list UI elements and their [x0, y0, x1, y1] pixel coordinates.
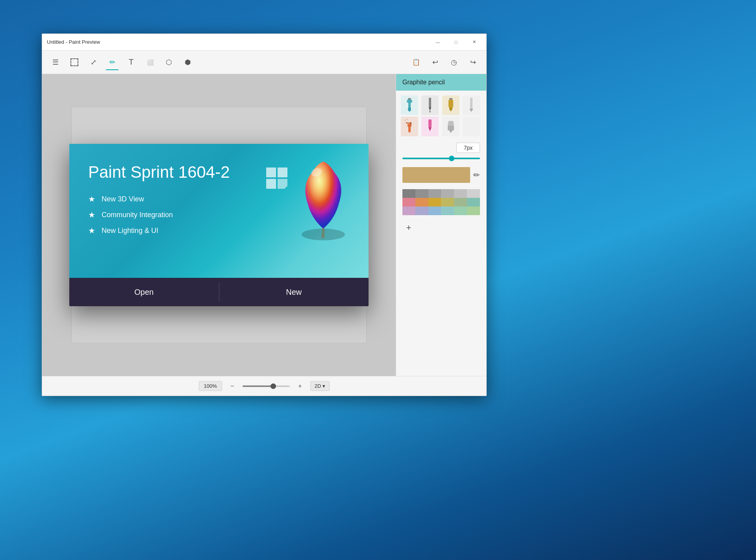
- shape3d-tool-button[interactable]: ⬡: [160, 54, 178, 71]
- win-square-tr: [278, 167, 287, 177]
- svg-rect-13: [470, 98, 472, 109]
- close-button[interactable]: ✕: [465, 36, 483, 48]
- paste-button[interactable]: 📋: [408, 54, 425, 71]
- windows-logo: [266, 167, 290, 191]
- toolbar: ☰ ⤢ ✏ T ⬜ ⬡ ⬢ 📋 ↩: [42, 50, 486, 74]
- svg-point-20: [405, 120, 406, 121]
- crop-tool-button[interactable]: ⤢: [85, 54, 102, 71]
- color-palette: [402, 189, 480, 215]
- star-icon-2: ★: [88, 210, 95, 220]
- brush-empty[interactable]: [463, 117, 480, 136]
- view-mode-selector[interactable]: 2D ▾: [310, 381, 330, 391]
- svg-rect-6: [429, 98, 431, 107]
- size-slider-thumb[interactable]: [449, 156, 454, 161]
- brush-grid: [396, 91, 486, 141]
- dialog-body: Paint Sprint 1604-2 ★ New 3D View ★ Comm…: [69, 144, 369, 278]
- add-color-button[interactable]: +: [402, 221, 415, 234]
- svg-marker-27: [449, 130, 452, 133]
- canvas-area[interactable]: Paint Sprint 1604-2 ★ New 3D View ★ Comm…: [42, 74, 396, 376]
- feature-text-3: New Lighting & UI: [102, 227, 158, 235]
- palette-cell[interactable]: [428, 189, 441, 198]
- palette-cell[interactable]: [402, 207, 415, 215]
- history-button[interactable]: ◷: [445, 54, 463, 71]
- zoom-out-button[interactable]: −: [227, 381, 238, 392]
- palette-cell[interactable]: [428, 198, 441, 207]
- palette-cell[interactable]: [441, 189, 454, 198]
- svg-rect-11: [449, 108, 452, 109]
- brush-oil[interactable]: [442, 95, 460, 115]
- pencil-tool-button[interactable]: ✏: [104, 54, 121, 71]
- maximize-button[interactable]: □: [447, 36, 465, 48]
- feature-text-1: New 3D View: [102, 195, 144, 203]
- redo-button[interactable]: ↪: [464, 54, 482, 71]
- history-icon: ◷: [451, 58, 457, 67]
- palette-cell[interactable]: [402, 198, 415, 207]
- shape3d-icon: ⬡: [166, 58, 172, 67]
- status-bar: 100% − + 2D ▾: [42, 376, 486, 396]
- view3d-icon: ⬢: [185, 58, 191, 67]
- eraser-icon: ⬜: [147, 59, 154, 65]
- brush-marker[interactable]: [421, 117, 439, 136]
- brush-spray[interactable]: [401, 117, 418, 136]
- color-preview[interactable]: [402, 167, 470, 183]
- undo-button[interactable]: ↩: [426, 54, 444, 71]
- eraser-tool-button[interactable]: ⬜: [141, 54, 159, 71]
- open-button[interactable]: Open: [69, 278, 219, 306]
- brush-ink[interactable]: [463, 95, 480, 115]
- size-slider-container[interactable]: [396, 154, 486, 162]
- star-icon-3: ★: [88, 226, 95, 235]
- brush-fill[interactable]: [442, 117, 460, 136]
- svg-marker-12: [449, 109, 452, 112]
- paint-window: Untitled - Paint Preview — □ ✕ ☰ ⤢ ✏ T ⬜…: [42, 33, 487, 396]
- hamburger-icon: ☰: [52, 58, 59, 67]
- main-area: Paint Sprint 1604-2 ★ New 3D View ★ Comm…: [42, 74, 486, 376]
- feature-text-2: Community Integration: [102, 211, 173, 219]
- svg-point-22: [407, 119, 408, 120]
- palette-cell[interactable]: [415, 207, 428, 215]
- palette-cell[interactable]: [415, 198, 428, 207]
- selection-tool-button[interactable]: [66, 54, 83, 71]
- palette-cell[interactable]: [441, 198, 454, 207]
- splash-dialog: Paint Sprint 1604-2 ★ New 3D View ★ Comm…: [69, 144, 369, 306]
- menu-button[interactable]: ☰: [47, 54, 64, 71]
- window-controls: — □ ✕: [429, 36, 483, 48]
- palette-cell[interactable]: [402, 189, 415, 198]
- palette-cell[interactable]: [428, 207, 441, 215]
- win-square-bl: [266, 179, 276, 189]
- size-value: 7px: [456, 143, 480, 153]
- win-square-tl: [266, 167, 276, 177]
- palette-cell[interactable]: [454, 189, 467, 198]
- minimize-button[interactable]: —: [429, 36, 447, 48]
- brush-watercolor[interactable]: [401, 95, 418, 115]
- color-picker-button[interactable]: ✏: [473, 170, 480, 180]
- win-square-br: [278, 179, 287, 189]
- brush-graphite[interactable]: [421, 95, 439, 115]
- dialog-footer: Open New: [69, 278, 369, 306]
- palette-row-1: [402, 189, 480, 198]
- palette-cell[interactable]: [467, 189, 480, 198]
- svg-rect-23: [428, 119, 432, 127]
- zoom-slider-track[interactable]: [243, 385, 290, 387]
- zoom-slider-thumb[interactable]: [271, 383, 276, 389]
- new-button[interactable]: New: [219, 278, 369, 306]
- svg-marker-25: [448, 121, 454, 126]
- palette-cell[interactable]: [454, 207, 467, 215]
- title-bar: Untitled - Paint Preview — □ ✕: [42, 34, 486, 50]
- view3d-tool-button[interactable]: ⬢: [179, 54, 196, 71]
- palette-cell[interactable]: [467, 207, 480, 215]
- svg-rect-17: [410, 122, 411, 125]
- text-tool-button[interactable]: T: [122, 54, 140, 71]
- view-mode-chevron: ▾: [322, 383, 325, 389]
- star-icon-1: ★: [88, 194, 95, 204]
- palette-cell[interactable]: [441, 207, 454, 215]
- palette-row-2: [402, 198, 480, 207]
- size-slider-track[interactable]: [402, 158, 480, 159]
- palette-cell[interactable]: [415, 189, 428, 198]
- zoom-percent: 100%: [199, 381, 222, 391]
- paste-icon: 📋: [412, 58, 420, 66]
- redo-icon: ↪: [470, 58, 476, 67]
- balloon-icon: [290, 156, 353, 250]
- zoom-in-button[interactable]: +: [295, 381, 306, 392]
- palette-cell[interactable]: [454, 198, 467, 207]
- palette-cell[interactable]: [467, 198, 480, 207]
